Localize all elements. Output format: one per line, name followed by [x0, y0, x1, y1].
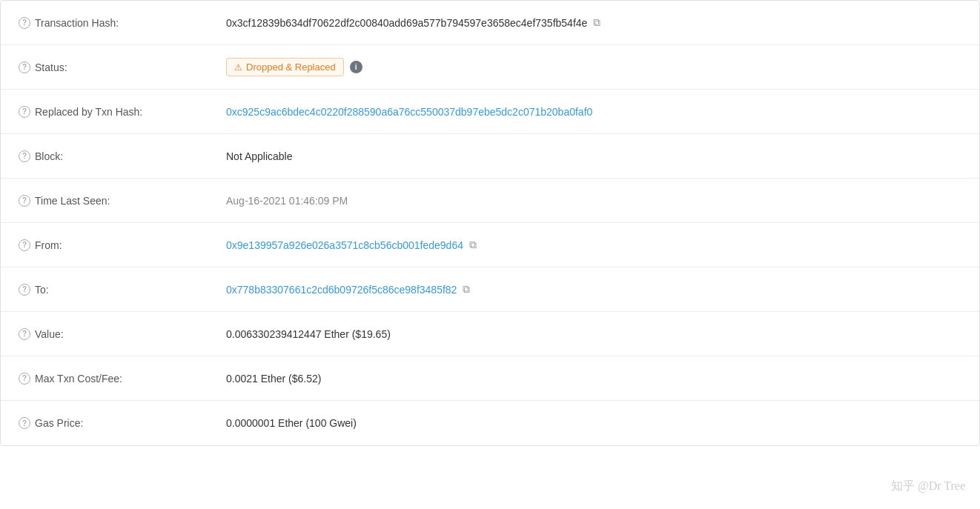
help-icon-replaced-by[interactable]: ? [19, 106, 30, 118]
value-block: Not Applicable [226, 150, 961, 162]
value-time-last-seen: Aug-16-2021 01:46:09 PM [226, 195, 961, 207]
help-icon-gas-price[interactable]: ? [19, 417, 30, 429]
help-icon-transaction-hash[interactable]: ? [19, 17, 30, 29]
label-text-time-last-seen: Time Last Seen: [35, 195, 110, 207]
value-transaction-hash: 0x3cf12839b634df70622df2c00840add69a577b… [226, 16, 961, 29]
info-icon-status[interactable]: i [350, 61, 362, 73]
label-text-from: From: [35, 239, 62, 251]
row-value: ? Value: 0.006330239412447 Ether ($19.65… [1, 312, 979, 356]
copy-icon-transaction-hash[interactable]: ⧉ [593, 16, 600, 29]
row-block: ? Block: Not Applicable [1, 134, 979, 179]
value-replaced-by: 0xc925c9ac6bdec4c0220f288590a6a76cc55003… [226, 106, 961, 118]
value-status: ⚠ Dropped & Replaced i [226, 58, 961, 76]
help-icon-value[interactable]: ? [19, 328, 30, 340]
label-status: ? Status: [19, 61, 226, 73]
label-to: ? To: [19, 284, 226, 296]
max-txn-cost-value: 0.0021 Ether ($6.52) [226, 373, 321, 385]
value-gas-price: 0.0000001 Ether (100 Gwei) [226, 417, 961, 429]
ether-value: 0.006330239412447 Ether ($19.65) [226, 328, 391, 340]
transaction-hash-value: 0x3cf12839b634df70622df2c00840add69a577b… [226, 17, 587, 29]
label-replaced-by: ? Replaced by Txn Hash: [19, 106, 226, 118]
label-max-txn-cost: ? Max Txn Cost/Fee: [19, 373, 226, 385]
help-icon-from[interactable]: ? [19, 239, 30, 251]
value-from: 0x9e139957a926e026a3571c8cb56cb001fede9d… [226, 239, 961, 251]
help-icon-block[interactable]: ? [19, 150, 30, 162]
block-value: Not Applicable [226, 150, 293, 162]
time-last-seen-value: Aug-16-2021 01:46:09 PM [226, 195, 348, 207]
label-block: ? Block: [19, 150, 226, 162]
status-badge: ⚠ Dropped & Replaced [226, 58, 344, 76]
row-max-txn-cost: ? Max Txn Cost/Fee: 0.0021 Ether ($6.52) [1, 356, 979, 401]
gas-price-value: 0.0000001 Ether (100 Gwei) [226, 417, 357, 429]
help-icon-time-last-seen[interactable]: ? [19, 195, 30, 207]
label-text-transaction-hash: Transaction Hash: [35, 17, 119, 29]
from-address-link[interactable]: 0x9e139957a926e026a3571c8cb56cb001fede9d… [226, 239, 463, 251]
label-time-last-seen: ? Time Last Seen: [19, 195, 226, 207]
label-from: ? From: [19, 239, 226, 251]
transaction-detail-table: ? Transaction Hash: 0x3cf12839b634df7062… [0, 0, 980, 446]
row-transaction-hash: ? Transaction Hash: 0x3cf12839b634df7062… [1, 1, 979, 45]
label-text-status: Status: [35, 61, 67, 73]
label-text-gas-price: Gas Price: [35, 417, 83, 429]
status-badge-text: Dropped & Replaced [246, 61, 336, 73]
copy-icon-to[interactable]: ⧉ [463, 283, 470, 296]
row-status: ? Status: ⚠ Dropped & Replaced i [1, 45, 979, 90]
copy-icon-from[interactable]: ⧉ [469, 239, 477, 251]
row-replaced-by: ? Replaced by Txn Hash: 0xc925c9ac6bdec4… [1, 90, 979, 134]
status-warning-icon: ⚠ [234, 62, 242, 73]
value-ether: 0.006330239412447 Ether ($19.65) [226, 328, 961, 340]
row-gas-price: ? Gas Price: 0.0000001 Ether (100 Gwei) [1, 401, 979, 445]
label-text-value: Value: [35, 328, 64, 340]
help-icon-to[interactable]: ? [19, 284, 30, 296]
label-text-max-txn-cost: Max Txn Cost/Fee: [35, 373, 122, 385]
row-time-last-seen: ? Time Last Seen: Aug-16-2021 01:46:09 P… [1, 179, 979, 223]
label-value: ? Value: [19, 328, 226, 340]
to-address-link[interactable]: 0x778b83307661c2cd6b09726f5c86ce98f3485f… [226, 284, 457, 296]
value-to: 0x778b83307661c2cd6b09726f5c86ce98f3485f… [226, 283, 961, 296]
row-from: ? From: 0x9e139957a926e026a3571c8cb56cb0… [1, 223, 979, 267]
row-to: ? To: 0x778b83307661c2cd6b09726f5c86ce98… [1, 267, 979, 312]
label-gas-price: ? Gas Price: [19, 417, 226, 429]
label-text-replaced-by: Replaced by Txn Hash: [35, 106, 142, 118]
help-icon-status[interactable]: ? [19, 61, 30, 73]
label-text-to: To: [35, 284, 49, 296]
help-icon-max-txn-cost[interactable]: ? [19, 373, 30, 385]
value-max-txn-cost: 0.0021 Ether ($6.52) [226, 373, 961, 385]
label-transaction-hash: ? Transaction Hash: [19, 17, 226, 29]
label-text-block: Block: [35, 150, 63, 162]
replaced-by-hash-link[interactable]: 0xc925c9ac6bdec4c0220f288590a6a76cc55003… [226, 106, 592, 118]
